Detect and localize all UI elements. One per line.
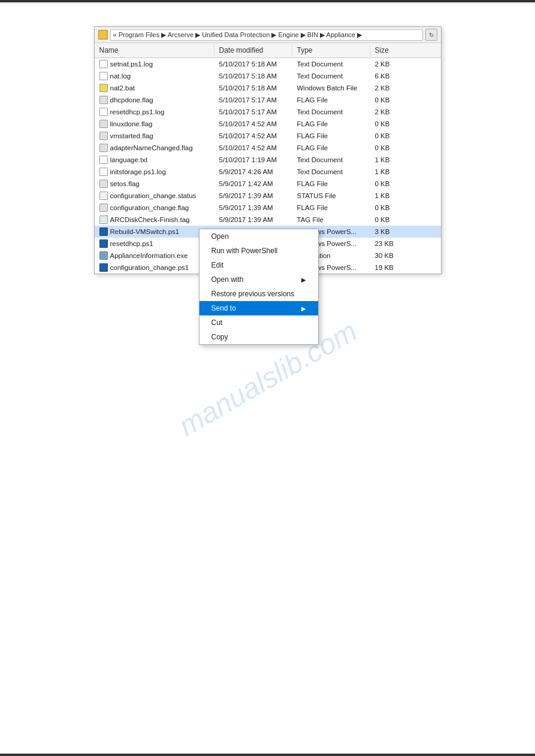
file-name: Rebuild-VMSwitch.ps1	[110, 228, 180, 235]
file-date-cell: 5/9/2017 1:42 AM	[214, 178, 292, 189]
file-name-cell: dhcpdone.flag	[95, 95, 214, 105]
file-date-cell: 5/10/2017 5:18 AM	[214, 83, 292, 93]
file-icon	[99, 263, 108, 272]
col-header-date[interactable]: Date modified	[214, 44, 292, 56]
file-name-cell: setnat.ps1.log	[95, 59, 214, 69]
file-name: nat.log	[110, 72, 131, 80]
table-row[interactable]: vmstarted.flag 5/10/2017 4:52 AM FLAG Fi…	[95, 130, 441, 142]
file-date-cell: 5/9/2017 4:26 AM	[214, 166, 292, 177]
ctx-item-label: Run with PowerShell	[211, 247, 278, 255]
context-menu-item-send-to[interactable]: Send to▶	[200, 301, 318, 315]
file-name-cell: adapterNameChanged.flag	[95, 142, 214, 153]
column-headers: Name Date modified Type Size	[95, 43, 441, 58]
ctx-item-label: Send to	[211, 304, 236, 312]
file-icon	[99, 84, 108, 92]
file-date-cell: 5/10/2017 4:52 AM	[214, 142, 292, 153]
file-date-cell: 5/10/2017 5:18 AM	[214, 59, 292, 69]
folder-icon	[98, 30, 108, 40]
file-name-cell: configuration_change.flag	[95, 202, 214, 213]
context-menu-item-restore-previous-versions[interactable]: Restore previous versions	[200, 287, 318, 301]
file-size-cell: 2 KB	[370, 107, 406, 117]
file-date-cell: 5/10/2017 5:17 AM	[214, 107, 292, 117]
file-date-cell: 5/10/2017 5:18 AM	[214, 71, 292, 81]
file-size-cell: 6 KB	[370, 71, 406, 81]
refresh-button[interactable]: ↻	[425, 29, 437, 41]
context-menu-item-cut[interactable]: Cut	[200, 315, 318, 330]
col-header-type[interactable]: Type	[292, 44, 370, 56]
file-size-cell: 2 KB	[370, 59, 406, 69]
file-type-cell: Text Document	[292, 59, 370, 69]
file-type-cell: Windows Batch File	[292, 83, 370, 93]
file-size-cell: 1 KB	[370, 190, 406, 201]
table-row[interactable]: configuration_change.status 5/9/2017 1:3…	[95, 190, 441, 202]
file-name: configuration_change.ps1	[110, 264, 189, 271]
file-icon	[99, 239, 108, 248]
file-icon	[99, 72, 108, 80]
table-row[interactable]: ARCDiskCheck-Finish.tag 5/9/2017 1:39 AM…	[95, 214, 441, 226]
file-name-cell: resetdhcp.ps1	[95, 238, 214, 249]
file-name-cell: configuration_change.status	[95, 190, 214, 201]
context-menu-item-copy[interactable]: Copy	[200, 330, 318, 344]
file-name: vmstarted.flag	[110, 132, 153, 139]
ctx-item-label: Open with	[211, 275, 244, 284]
file-type-cell: FLAG File	[292, 95, 370, 105]
file-name: resetdhcp.ps1	[110, 240, 153, 247]
file-icon	[99, 204, 108, 212]
file-size-cell: 0 KB	[370, 214, 406, 225]
context-menu: OpenRun with PowerShellEditOpen with▶Res…	[199, 229, 319, 345]
address-path: « Program Files ▶ Arcserve ▶ Unified Dat…	[110, 29, 423, 41]
table-row[interactable]: nat.log 5/10/2017 5:18 AM Text Document …	[95, 70, 441, 82]
file-icon	[99, 192, 108, 200]
file-date-cell: 5/10/2017 1:19 AM	[214, 154, 292, 165]
file-icon	[99, 156, 108, 164]
table-row[interactable]: setos.flag 5/9/2017 1:42 AM FLAG File 0 …	[95, 178, 441, 190]
table-row[interactable]: dhcpdone.flag 5/10/2017 5:17 AM FLAG Fil…	[95, 94, 441, 106]
context-menu-item-open[interactable]: Open	[200, 229, 318, 244]
table-row[interactable]: language.txt 5/10/2017 1:19 AM Text Docu…	[95, 154, 441, 166]
bottom-bar	[0, 754, 535, 756]
file-name-cell: configuration_change.ps1	[95, 262, 214, 273]
context-menu-item-open-with[interactable]: Open with▶	[200, 272, 318, 287]
file-date-cell: 5/9/2017 1:39 AM	[214, 214, 292, 225]
file-size-cell: 2 KB	[370, 83, 406, 93]
file-icon	[99, 251, 108, 260]
ctx-item-label: Cut	[211, 318, 223, 327]
context-menu-item-run-with-powershell[interactable]: Run with PowerShell	[200, 244, 318, 258]
file-icon	[99, 227, 108, 236]
file-size-cell: 0 KB	[370, 178, 406, 189]
file-size-cell: 19 KB	[370, 262, 406, 273]
file-date-cell: 5/10/2017 5:17 AM	[214, 95, 292, 105]
file-name-cell: nat.log	[95, 71, 214, 81]
table-row[interactable]: resetdhcp.ps1.log 5/10/2017 5:17 AM Text…	[95, 106, 441, 118]
file-icon	[99, 215, 108, 224]
table-row[interactable]: linuxdone.flag 5/10/2017 4:52 AM FLAG Fi…	[95, 118, 441, 130]
file-name: ARCDiskCheck-Finish.tag	[110, 216, 190, 223]
file-name-cell: resetdhcp.ps1.log	[95, 107, 214, 117]
file-date-cell: 5/9/2017 1:39 AM	[214, 190, 292, 201]
file-name-cell: nat2.bat	[95, 83, 214, 93]
file-name-cell: Rebuild-VMSwitch.ps1	[95, 226, 214, 237]
file-size-cell: 0 KB	[370, 142, 406, 153]
file-icon	[99, 120, 108, 128]
file-date-cell: 5/9/2017 1:39 AM	[214, 202, 292, 213]
table-row[interactable]: initstorage.ps1.log 5/9/2017 4:26 AM Tex…	[95, 166, 441, 178]
table-row[interactable]: setnat.ps1.log 5/10/2017 5:18 AM Text Do…	[95, 58, 441, 70]
file-type-cell: FLAG File	[292, 119, 370, 129]
table-row[interactable]: nat2.bat 5/10/2017 5:18 AM Windows Batch…	[95, 82, 441, 94]
file-date-cell: 5/10/2017 4:52 AM	[214, 130, 292, 141]
table-row[interactable]: configuration_change.flag 5/9/2017 1:39 …	[95, 202, 441, 214]
file-type-cell: Text Document	[292, 166, 370, 177]
file-type-cell: FLAG File	[292, 142, 370, 153]
col-header-size[interactable]: Size	[370, 44, 406, 56]
file-name: initstorage.ps1.log	[110, 168, 166, 175]
file-icon	[99, 180, 108, 188]
context-menu-item-edit[interactable]: Edit	[200, 258, 318, 272]
file-type-cell: Text Document	[292, 71, 370, 81]
col-header-name[interactable]: Name	[95, 44, 214, 56]
file-icon	[99, 96, 108, 104]
file-name: resetdhcp.ps1.log	[110, 108, 165, 116]
file-size-cell: 0 KB	[370, 119, 406, 129]
table-row[interactable]: adapterNameChanged.flag 5/10/2017 4:52 A…	[95, 142, 441, 154]
file-type-cell: Text Document	[292, 107, 370, 117]
file-type-cell: Text Document	[292, 154, 370, 165]
